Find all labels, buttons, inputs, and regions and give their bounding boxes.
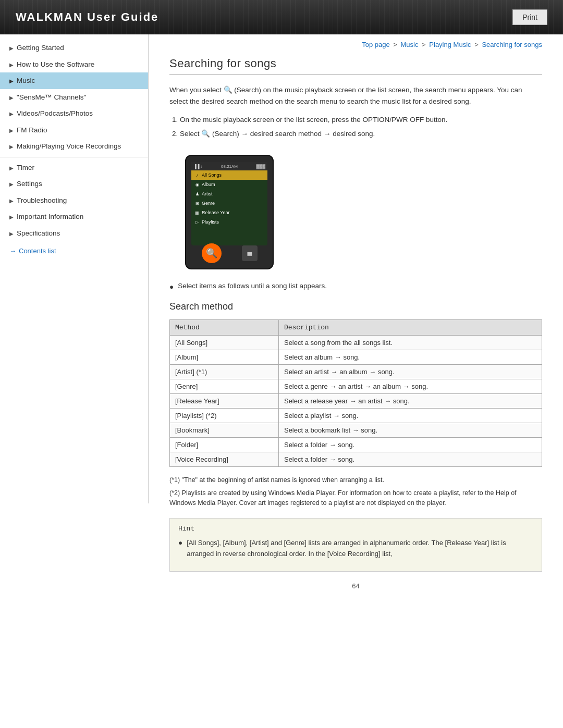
sidebar-item-voice[interactable]: ▶ Making/Playing Voice Recordings bbox=[0, 138, 148, 155]
genre-icon: ⊞ bbox=[194, 201, 200, 206]
sidebar-label: FM Radio bbox=[17, 126, 141, 135]
screen-status-bar: ▐▐ ♪ 08:21AM ▓▓▓ bbox=[191, 162, 267, 170]
header: WALKMAN User Guide Print bbox=[0, 0, 563, 34]
contents-link-label: Contents list bbox=[19, 247, 56, 255]
table-row: [Voice Recording]Select a folder → song. bbox=[170, 452, 542, 467]
breadcrumb-sep: > bbox=[474, 41, 480, 48]
table-row: [All Songs]Select a song from the all so… bbox=[170, 336, 542, 350]
sidebar-label: Videos/Podcasts/Photos bbox=[17, 109, 141, 118]
device-image: ▐▐ ♪ 08:21AM ▓▓▓ ♪ All Songs ◉ Album ♟ bbox=[185, 155, 274, 269]
breadcrumb-sep: > bbox=[422, 41, 427, 48]
sidebar: ▶ Getting Started ▶ How to Use the Softw… bbox=[0, 34, 149, 503]
table-cell-description: Select a playlist → song. bbox=[278, 409, 542, 423]
footnote-1: (*1) "The" at the beginning of artist na… bbox=[169, 475, 542, 485]
table-cell-description: Select a release year → an artist → song… bbox=[278, 394, 542, 409]
calendar-icon: ▦ bbox=[194, 211, 200, 215]
sidebar-label: Troubleshooting bbox=[17, 196, 141, 205]
list-item-label: Release Year bbox=[202, 210, 230, 215]
page-title: Searching for songs bbox=[169, 57, 542, 75]
table-cell-method: [Bookmark] bbox=[170, 423, 279, 438]
search-button-icon: 🔍 bbox=[202, 243, 222, 263]
table-cell-description: Select an artist → an album → song. bbox=[278, 365, 542, 379]
table-cell-method: [Playlists] (*2) bbox=[170, 409, 279, 423]
sidebar-item-getting-started[interactable]: ▶ Getting Started bbox=[0, 40, 148, 56]
search-method-title: Search method bbox=[169, 301, 542, 312]
table-row: [Bookmark]Select a bookmark list → song. bbox=[170, 423, 542, 438]
chevron-right-icon: ▶ bbox=[9, 61, 14, 68]
table-cell-method: [Folder] bbox=[170, 438, 279, 452]
contents-list-link[interactable]: → Contents list bbox=[0, 242, 148, 260]
body-layout: ▶ Getting Started ▶ How to Use the Softw… bbox=[0, 34, 563, 606]
page-number: 64 bbox=[169, 582, 542, 590]
sidebar-item-sensme[interactable]: ▶ "SensMe™ Channels" bbox=[0, 89, 148, 106]
table-row: [Folder]Select a folder → song. bbox=[170, 438, 542, 452]
step-2: Select 🔍 (Search) → desired search metho… bbox=[180, 128, 542, 140]
device-controls: 🔍 ≣ bbox=[191, 243, 267, 263]
sidebar-item-troubleshooting[interactable]: ▶ Troubleshooting bbox=[0, 192, 148, 209]
sidebar-item-how-to-use[interactable]: ▶ How to Use the Software bbox=[0, 56, 148, 73]
breadcrumb-current: Searching for songs bbox=[482, 41, 542, 48]
playlist-icon: ▷ bbox=[194, 220, 200, 225]
sidebar-item-timer[interactable]: ▶ Timer bbox=[0, 159, 148, 176]
chevron-right-icon: ▶ bbox=[9, 110, 14, 117]
table-row: [Release Year]Select a release year → an… bbox=[170, 394, 542, 409]
sidebar-label: Important Information bbox=[17, 212, 141, 221]
table-cell-description: Select a genre → an artist → an album → … bbox=[278, 379, 542, 394]
bullet-text: Select items as follows until a song lis… bbox=[178, 282, 327, 290]
artist-icon: ♟ bbox=[194, 192, 200, 196]
screen-list-item: ♟ Artist bbox=[191, 189, 267, 199]
app-title: WALKMAN User Guide bbox=[16, 10, 158, 24]
breadcrumb-top[interactable]: Top page bbox=[362, 41, 390, 48]
breadcrumb-music[interactable]: Music bbox=[401, 41, 419, 48]
table-cell-description: Select a folder → song. bbox=[278, 452, 542, 467]
print-button[interactable]: Print bbox=[512, 9, 547, 25]
bullet-item: ● Select items as follows until a song l… bbox=[169, 282, 542, 291]
list-item-label: Artist bbox=[202, 191, 213, 196]
sidebar-item-music[interactable]: ▶ Music bbox=[0, 72, 148, 89]
intro-text: When you select 🔍 (Search) on the music … bbox=[169, 84, 542, 107]
table-cell-method: [All Songs] bbox=[170, 336, 279, 350]
sidebar-label: Making/Playing Voice Recordings bbox=[17, 142, 141, 151]
method-table: Method Description [All Songs]Select a s… bbox=[169, 319, 542, 467]
list-item-label: Playlists bbox=[202, 219, 219, 225]
sidebar-item-fm-radio[interactable]: ▶ FM Radio bbox=[0, 122, 148, 139]
breadcrumb: Top page > Music > Playing Music > Searc… bbox=[169, 41, 542, 48]
table-cell-method: [Release Year] bbox=[170, 394, 279, 409]
device-mockup: ▐▐ ♪ 08:21AM ▓▓▓ ♪ All Songs ◉ Album ♟ bbox=[185, 155, 274, 269]
sidebar-item-important[interactable]: ▶ Important Information bbox=[0, 208, 148, 225]
sidebar-label: Getting Started bbox=[17, 43, 141, 53]
steps-list: On the music playback screen or the list… bbox=[180, 114, 542, 140]
sidebar-label: Music bbox=[17, 76, 141, 85]
table-row: [Genre]Select a genre → an artist → an a… bbox=[170, 379, 542, 394]
table-cell-description: Select a folder → song. bbox=[278, 438, 542, 452]
table-header-method: Method bbox=[170, 320, 279, 336]
bullet-dot: ● bbox=[178, 539, 182, 547]
sidebar-label: "SensMe™ Channels" bbox=[17, 93, 141, 102]
chevron-right-icon: ▶ bbox=[9, 165, 14, 171]
sidebar-label: How to Use the Software bbox=[17, 60, 141, 69]
table-row: [Artist] (*1)Select an artist → an album… bbox=[170, 365, 542, 379]
hint-title: Hint bbox=[178, 525, 533, 533]
menu-button-icon: ≣ bbox=[242, 245, 258, 261]
step-1: On the music playback screen or the list… bbox=[180, 114, 542, 126]
sidebar-item-settings[interactable]: ▶ Settings bbox=[0, 176, 148, 192]
screen-time: 08:21AM bbox=[221, 164, 238, 169]
hint-text: [All Songs], [Album], [Artist] and [Genr… bbox=[187, 538, 533, 560]
album-icon: ◉ bbox=[194, 182, 200, 187]
sidebar-label: Timer bbox=[17, 163, 141, 172]
chevron-right-icon: ▶ bbox=[9, 127, 14, 134]
screen-list-item: ♪ All Songs bbox=[191, 170, 267, 180]
sidebar-item-videos[interactable]: ▶ Videos/Podcasts/Photos bbox=[0, 105, 148, 122]
breadcrumb-sep: > bbox=[393, 41, 399, 48]
screen-list-item: ◉ Album bbox=[191, 180, 267, 189]
list-item-label: All Songs bbox=[202, 172, 222, 178]
breadcrumb-playing[interactable]: Playing Music bbox=[429, 41, 471, 48]
battery-icon: ▓▓▓ bbox=[256, 164, 266, 169]
status-icons: ▐▐ ♪ bbox=[193, 164, 203, 169]
sidebar-label: Settings bbox=[17, 179, 141, 189]
chevron-right-icon: ▶ bbox=[9, 78, 14, 84]
table-row: [Album]Select an album → song. bbox=[170, 350, 542, 365]
hint-box: Hint ● [All Songs], [Album], [Artist] an… bbox=[169, 518, 542, 572]
sidebar-item-specifications[interactable]: ▶ Specifications bbox=[0, 225, 148, 242]
list-item-label: Genre bbox=[202, 201, 215, 206]
